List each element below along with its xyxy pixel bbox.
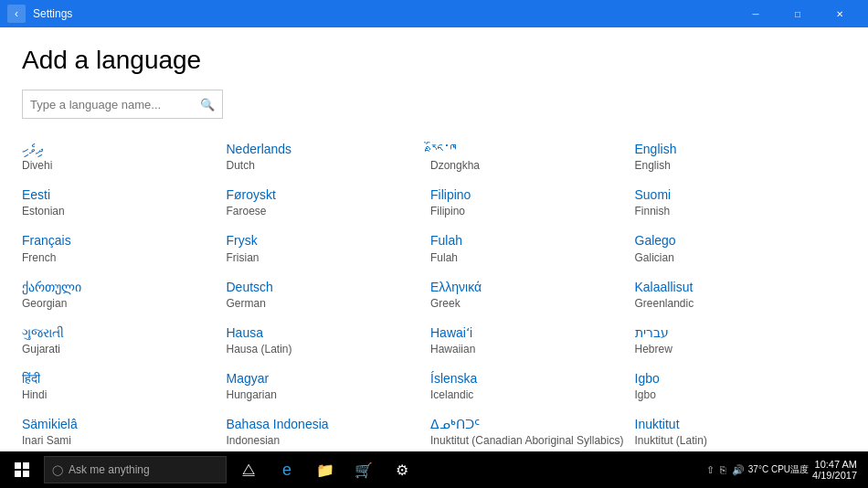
lang-english-name: Gujarati bbox=[22, 343, 216, 355]
store-icon[interactable]: 🛒 bbox=[345, 451, 382, 488]
page-title: Add a language bbox=[22, 46, 846, 75]
list-item[interactable]: ދިވެހި Divehi bbox=[22, 133, 227, 179]
lang-english-name: Filipino bbox=[430, 205, 624, 217]
list-item[interactable]: ქართული Georgian bbox=[22, 271, 227, 317]
list-item[interactable]: Fulah Fulah bbox=[430, 225, 635, 271]
list-item[interactable]: Deutsch German bbox=[227, 271, 431, 317]
temperature: 37°C CPU温度 bbox=[748, 463, 809, 476]
list-item[interactable]: हिंदी Hindi bbox=[22, 363, 227, 408]
list-item[interactable]: Hausa Hausa (Latin) bbox=[227, 317, 431, 363]
list-item[interactable]: Kalaallisut Greenlandic bbox=[635, 271, 840, 317]
time-display: 10:47 AM bbox=[812, 459, 857, 470]
lang-english-name: Frisian bbox=[227, 251, 420, 264]
window-controls: ─ □ ✕ bbox=[735, 0, 861, 27]
lang-english-name: Divehi bbox=[22, 159, 216, 172]
lang-native-name: Kalaallisut bbox=[635, 279, 829, 295]
lang-native-name: Føroyskt bbox=[227, 186, 420, 203]
list-item[interactable]: Frysk Frisian bbox=[227, 225, 431, 271]
window-title: Settings bbox=[33, 7, 735, 20]
lang-native-name: हिंदी bbox=[22, 370, 216, 387]
lang-english-name: Georgian bbox=[22, 297, 216, 310]
list-item[interactable]: Français French bbox=[22, 225, 227, 271]
lang-english-name: Igbo bbox=[635, 388, 829, 401]
lang-native-name: Nederlands bbox=[227, 141, 420, 157]
list-item[interactable]: Inuktitut Inuktitut (Latin) bbox=[635, 408, 840, 451]
lang-native-name: Eesti bbox=[22, 186, 216, 203]
volume-icon[interactable]: 🔊 bbox=[732, 464, 745, 476]
list-item[interactable]: Suomi Finnish bbox=[635, 179, 840, 225]
list-item[interactable]: Bahasa Indonesia Indonesian bbox=[227, 408, 431, 451]
back-button[interactable]: ‹ bbox=[7, 5, 26, 23]
lang-native-name: Frysk bbox=[227, 232, 420, 249]
taskbar-search[interactable]: ◯ Ask me anything bbox=[44, 456, 227, 483]
maximize-button[interactable]: □ bbox=[777, 0, 819, 27]
file-explorer-icon[interactable]: 📁 bbox=[307, 451, 344, 488]
list-item[interactable]: Ελληνικά Greek bbox=[430, 271, 635, 317]
list-item[interactable]: ᐃᓄᒃᑎᑐᑦ Inuktitut (Canadian Aboriginal Sy… bbox=[430, 408, 635, 451]
taskbar-search-text: Ask me anything bbox=[69, 463, 150, 476]
list-item[interactable]: Magyar Hungarian bbox=[227, 363, 431, 408]
lang-native-name: Hausa bbox=[227, 324, 420, 341]
lang-english-name: Faroese bbox=[227, 205, 420, 217]
lang-native-name: ગુજરાતી bbox=[22, 324, 216, 341]
lang-english-name: English bbox=[635, 159, 829, 172]
lang-native-name: Inuktitut bbox=[635, 416, 829, 432]
list-item[interactable]: Nederlands Dutch bbox=[227, 133, 431, 179]
svg-rect-0 bbox=[15, 462, 21, 469]
lang-native-name: Sämikielâ bbox=[22, 416, 216, 432]
lang-english-name: Dutch bbox=[227, 159, 420, 172]
lang-english-name: Fulah bbox=[430, 251, 624, 264]
list-item[interactable]: Galego Galician bbox=[635, 225, 840, 271]
lang-native-name: ქართული bbox=[22, 279, 216, 295]
lang-english-name: Hawaiian bbox=[430, 343, 624, 355]
main-content: Add a language 🔍 ދިވެހި Divehi Nederland… bbox=[0, 27, 868, 451]
close-button[interactable]: ✕ bbox=[819, 0, 861, 27]
settings-icon[interactable]: ⚙ bbox=[384, 451, 420, 488]
lang-native-name: Filipino bbox=[430, 186, 624, 203]
svg-rect-1 bbox=[23, 462, 29, 469]
lang-native-name: Suomi bbox=[635, 186, 829, 203]
lang-native-name: Íslenska bbox=[430, 370, 624, 387]
list-item[interactable]: עברית Hebrew bbox=[635, 317, 840, 363]
list-item[interactable]: Igbo Igbo bbox=[635, 363, 840, 408]
start-button[interactable] bbox=[4, 451, 40, 488]
svg-rect-2 bbox=[15, 471, 21, 477]
lang-english-name: Hindi bbox=[22, 388, 216, 401]
lang-english-name: German bbox=[227, 297, 420, 310]
edge-icon[interactable]: e bbox=[269, 451, 305, 488]
list-item[interactable]: Sämikielâ Inari Sami bbox=[22, 408, 227, 451]
lang-native-name: Hawaiʻi bbox=[430, 324, 624, 341]
list-item[interactable]: Íslenska Icelandic bbox=[430, 363, 635, 408]
search-box[interactable]: 🔍 bbox=[22, 90, 223, 119]
lang-english-name: Icelandic bbox=[430, 388, 624, 401]
taskbar-search-icon: ◯ bbox=[52, 464, 63, 476]
lang-english-name: Galician bbox=[635, 251, 829, 264]
list-item[interactable]: རྫོང་ཁ Dzongkha bbox=[430, 133, 635, 179]
lang-native-name: Deutsch bbox=[227, 279, 420, 295]
minimize-button[interactable]: ─ bbox=[735, 0, 777, 27]
list-item[interactable]: English English bbox=[635, 133, 840, 179]
list-item[interactable]: Eesti Estonian bbox=[22, 179, 227, 225]
lang-english-name: Greenlandic bbox=[635, 297, 829, 310]
arrow-up-icon[interactable]: ⇧ bbox=[706, 464, 715, 476]
taskbar-right: ⇧ ⎘ 🔊 37°C CPU温度 10:47 AM 4/19/2017 bbox=[706, 459, 864, 481]
sys-icons: ⇧ ⎘ 🔊 bbox=[706, 464, 745, 476]
lang-native-name: Bahasa Indonesia bbox=[227, 416, 420, 432]
task-view-button[interactable]: ⧋ bbox=[230, 451, 267, 488]
search-input[interactable] bbox=[30, 98, 200, 111]
list-item[interactable]: Filipino Filipino bbox=[430, 179, 635, 225]
lang-native-name: Français bbox=[22, 232, 216, 249]
taskbar-app-icons: ⧋ e 📁 🛒 ⚙ bbox=[230, 451, 420, 488]
lang-english-name: Dzongkha bbox=[430, 159, 624, 172]
lang-native-name: ᐃᓄᒃᑎᑐᑦ bbox=[430, 416, 624, 432]
clock[interactable]: 10:47 AM 4/19/2017 bbox=[812, 459, 857, 481]
list-item[interactable]: Føroyskt Faroese bbox=[227, 179, 431, 225]
lang-english-name: Estonian bbox=[22, 205, 216, 217]
lang-english-name: Hebrew bbox=[635, 343, 829, 355]
title-bar: ‹ Settings ─ □ ✕ bbox=[0, 0, 868, 27]
list-item[interactable]: ગુજરાતી Gujarati bbox=[22, 317, 227, 363]
lang-native-name: Ελληνικά bbox=[430, 279, 624, 295]
lang-english-name: Inuktitut (Latin) bbox=[635, 434, 829, 447]
network-icon[interactable]: ⎘ bbox=[720, 464, 726, 475]
list-item[interactable]: Hawaiʻi Hawaiian bbox=[430, 317, 635, 363]
